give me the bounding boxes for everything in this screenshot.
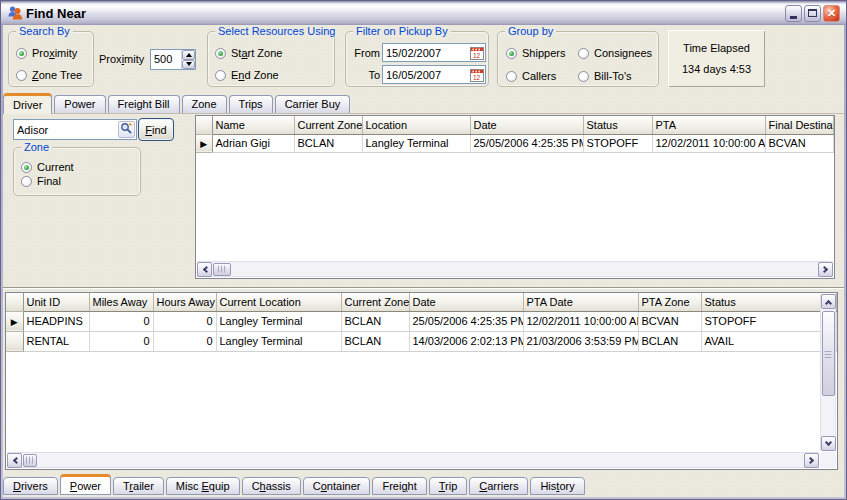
resource-tab-carrier-buy[interactable]: Carrier Buy <box>275 95 351 113</box>
scrollbar-corner <box>820 452 836 468</box>
equipment-tab-chassis[interactable]: Chassis <box>242 477 301 495</box>
column-header-pta[interactable]: PTA <box>652 116 765 134</box>
resource-tab-zone[interactable]: Zone <box>182 95 227 113</box>
users-icon <box>7 5 23 21</box>
cell-pta-date: 12/02/2011 10:00:00 AM <box>523 311 638 331</box>
group-by-radio-consignees[interactable]: Consignees <box>578 47 658 59</box>
column-header-unit-id[interactable]: Unit ID <box>23 293 89 311</box>
proximity-spinedit[interactable]: 500 <box>150 49 196 70</box>
equipment-tab-carriers[interactable]: Carriers <box>469 477 528 495</box>
zone-radio-current[interactable]: Current <box>21 161 140 173</box>
find-button[interactable]: Find <box>138 118 174 141</box>
spin-up-button[interactable] <box>182 50 195 60</box>
cell-status: AVAIL <box>701 331 837 351</box>
scroll-right-button[interactable] <box>804 453 819 468</box>
cell-miles-away: 0 <box>89 311 153 331</box>
table-row[interactable]: ▶HEADPINS00Langley TerminalBCLAN25/05/20… <box>6 311 837 331</box>
time-elapsed-panel: Time Elapsed 134 days 4:53 <box>668 30 765 87</box>
column-header-pta-zone[interactable]: PTA Zone <box>638 293 701 311</box>
equipment-tab-history[interactable]: History <box>530 477 584 495</box>
power-grid-vscrollbar[interactable] <box>820 294 836 451</box>
scroll-right-button[interactable] <box>818 262 833 277</box>
proximity-value[interactable]: 500 <box>151 50 181 69</box>
equipment-tab-freight[interactable]: Freight <box>372 477 426 495</box>
resources-radio-end-zone[interactable]: End Zone <box>215 69 334 81</box>
column-header-status[interactable]: Status <box>701 293 837 311</box>
spin-down-button[interactable] <box>182 60 195 70</box>
column-header-current-location[interactable]: Current Location <box>216 293 341 311</box>
driver-grid-hscrollbar[interactable] <box>197 261 833 277</box>
close-button[interactable]: ✕ <box>823 5 840 22</box>
column-header-pta-date[interactable]: PTA Date <box>523 293 638 311</box>
from-date-value[interactable]: 15/02/2007 <box>383 47 470 59</box>
cell-current-location: Langley Terminal <box>216 311 341 331</box>
driver-search-value[interactable]: Adisor <box>14 124 118 136</box>
current-row-triangle: ▶ <box>200 139 207 149</box>
column-header-location[interactable]: Location <box>362 116 470 134</box>
equipment-tab-trip[interactable]: Trip <box>429 477 468 495</box>
column-header-final-destination[interactable]: Final Destination <box>765 116 834 134</box>
search-by-radio-proximity[interactable]: Proximity <box>16 47 93 59</box>
column-header-miles-away[interactable]: Miles Away <box>89 293 153 311</box>
minimize-button[interactable] <box>785 5 802 22</box>
equipment-tab-misc-equip[interactable]: Misc Equip <box>166 477 240 495</box>
search-by-caption: Search By <box>16 25 73 37</box>
maximize-button[interactable] <box>804 5 821 22</box>
chevron-up-icon <box>824 299 831 306</box>
to-date-value[interactable]: 16/05/2007 <box>383 69 470 81</box>
zone-group: Zone CurrentFinal <box>13 147 141 196</box>
resource-tab-trips[interactable]: Trips <box>229 95 273 113</box>
column-header-current-zone[interactable]: Current Zone <box>341 293 409 311</box>
search-by-radio-zone-tree[interactable]: Zone Tree <box>16 69 93 81</box>
zone-radio-final[interactable]: Final <box>21 175 140 187</box>
proximity-label: Proximity <box>99 53 144 65</box>
resource-tab-freight-bill[interactable]: Freight Bill <box>108 95 180 113</box>
column-header-date[interactable]: Date <box>409 293 523 311</box>
vscroll-thumb[interactable] <box>822 311 835 396</box>
column-header-current-zone[interactable]: Current Zone <box>294 116 362 134</box>
radio-label: Shippers <box>522 47 565 59</box>
from-date-input[interactable]: 15/02/2007 12 <box>382 43 486 62</box>
hscroll-thumb[interactable] <box>23 454 37 467</box>
scroll-up-button[interactable] <box>821 294 836 309</box>
driver-search-field[interactable]: Adisor <box>13 119 137 140</box>
row-selector[interactable] <box>6 331 23 351</box>
calendar-icon[interactable]: 12 <box>470 46 484 60</box>
equipment-tab-drivers[interactable]: Drivers <box>3 477 58 495</box>
resource-tab-driver[interactable]: Driver <box>3 93 52 114</box>
resource-tabstrip: DriverPowerFreight BillZoneTripsCarrier … <box>3 92 844 114</box>
group-by-radio-callers[interactable]: Callers <box>506 70 578 82</box>
pickup-filter-group: Filter on Pickup By From 15/02/2007 12 T… <box>345 31 489 87</box>
lookup-button[interactable] <box>118 121 135 138</box>
cell-date: 25/05/2006 4:25:35 PM <box>409 311 523 331</box>
resource-tab-power[interactable]: Power <box>54 95 105 113</box>
equipment-tab-trailer[interactable]: Trailer <box>113 477 164 495</box>
group-by-radio-bill-to-s[interactable]: Bill-To's <box>578 70 658 82</box>
scroll-left-button[interactable] <box>197 262 212 277</box>
cell-date: 25/05/2006 4:25:35 PM <box>470 134 583 152</box>
row-selector[interactable]: ▶ <box>196 134 212 152</box>
column-header-name[interactable]: Name <box>212 116 294 134</box>
equipment-tab-container[interactable]: Container <box>303 477 371 495</box>
scroll-down-button[interactable] <box>821 436 836 451</box>
row-selector[interactable]: ▶ <box>6 311 23 331</box>
group-by-group: Group by ShippersConsigneesCallersBill-T… <box>497 31 659 87</box>
power-grid-hscrollbar[interactable] <box>7 452 819 468</box>
current-row-triangle: ▶ <box>11 317 18 327</box>
cell-unit-id: RENTAL <box>23 331 89 351</box>
column-header-date[interactable]: Date <box>470 116 583 134</box>
titlebar[interactable]: Find Near ✕ <box>1 1 846 25</box>
to-date-row: To 16/05/2007 12 <box>352 65 486 84</box>
triangle-down-icon <box>186 62 192 66</box>
table-row[interactable]: RENTAL00Langley TerminalBCLAN14/03/2006 … <box>6 331 837 351</box>
scroll-left-button[interactable] <box>7 453 22 468</box>
to-date-input[interactable]: 16/05/2007 12 <box>382 65 486 84</box>
table-row[interactable]: ▶Adrian GigiBCLANLangley Terminal25/05/2… <box>196 134 834 152</box>
calendar-icon[interactable]: 12 <box>470 68 484 82</box>
group-by-radio-shippers[interactable]: Shippers <box>506 47 578 59</box>
column-header-hours-away[interactable]: Hours Away <box>153 293 216 311</box>
equipment-tab-power[interactable]: Power <box>60 474 111 495</box>
hscroll-thumb[interactable] <box>213 263 231 276</box>
resources-radio-start-zone[interactable]: Start Zone <box>215 47 334 59</box>
column-header-status[interactable]: Status <box>583 116 652 134</box>
